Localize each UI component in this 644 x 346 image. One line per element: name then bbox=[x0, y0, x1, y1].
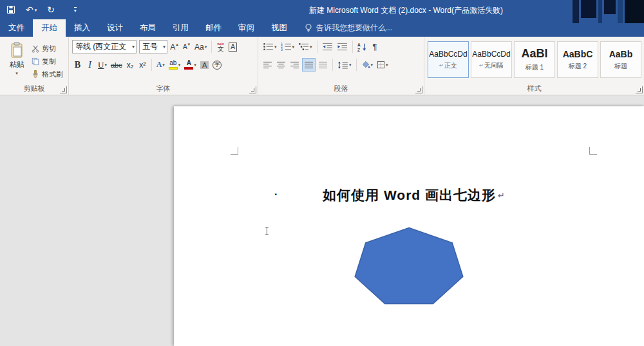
customize-quick-access-button[interactable]: ▾ bbox=[74, 7, 77, 13]
tab-layout[interactable]: 布局 bbox=[131, 19, 164, 37]
style-card-heading2[interactable]: AaBbC 标题 2 bbox=[557, 41, 598, 78]
tab-mailings[interactable]: 邮件 bbox=[197, 19, 230, 37]
divider bbox=[211, 41, 212, 53]
paragraph-group: ▾ 1 2 3 ▾ ▾ bbox=[258, 37, 424, 95]
increase-indent-button[interactable] bbox=[336, 40, 349, 53]
superscript-button[interactable]: x² bbox=[137, 58, 148, 72]
bold-button[interactable]: B bbox=[72, 58, 83, 72]
paragraph-dialog-launcher[interactable] bbox=[415, 86, 422, 93]
align-center-button[interactable] bbox=[275, 58, 287, 72]
character-shading-button[interactable]: A bbox=[199, 58, 210, 72]
align-left-button[interactable] bbox=[261, 58, 274, 72]
document-heading[interactable]: 如何使用 Word 画出七边形↵ bbox=[238, 186, 589, 204]
style-card-no-spacing[interactable]: AaBbCcDd ↵ 无间隔 bbox=[471, 41, 512, 78]
decoration-bar bbox=[581, 0, 596, 18]
sort-button[interactable]: A Z bbox=[356, 40, 368, 53]
save-icon bbox=[6, 5, 15, 14]
font-dialog-launcher[interactable] bbox=[249, 86, 256, 93]
tab-view[interactable]: 视图 bbox=[263, 19, 296, 37]
chevron-down-icon: ▾ bbox=[74, 8, 77, 13]
decoration-bar bbox=[598, 0, 602, 23]
paste-button[interactable]: 粘贴 ▾ bbox=[3, 39, 30, 84]
font-size-select[interactable]: 五号 ▾ bbox=[139, 40, 167, 53]
undo-dropdown-icon[interactable]: ▾ bbox=[35, 8, 37, 12]
increase-indent-icon bbox=[337, 43, 348, 51]
multilevel-list-icon bbox=[298, 43, 309, 51]
subscript-button[interactable]: x₂ bbox=[125, 58, 136, 72]
save-button[interactable] bbox=[6, 5, 15, 14]
bullets-button[interactable]: ▾ bbox=[261, 40, 278, 53]
style-preview: AaBbCcDd bbox=[472, 50, 510, 59]
tab-insert[interactable]: 插入 bbox=[66, 19, 99, 37]
decoration-bar bbox=[625, 0, 644, 23]
show-paragraph-marks-button[interactable]: ¶ bbox=[370, 40, 381, 53]
style-card-title[interactable]: AaBb 标题 bbox=[600, 41, 641, 78]
character-border-button[interactable]: A bbox=[227, 40, 238, 53]
clipboard-dialog-launcher[interactable] bbox=[60, 86, 67, 93]
line-spacing-button[interactable]: ▾ bbox=[336, 58, 353, 72]
copy-icon bbox=[32, 57, 39, 66]
ribbon: 粘贴 ▾ 剪切 复制 bbox=[0, 37, 644, 95]
scissors-icon bbox=[32, 45, 39, 53]
shrink-font-button[interactable]: A ▾ bbox=[181, 40, 192, 53]
heptagon-polygon[interactable] bbox=[355, 228, 463, 304]
text-effects-icon: A bbox=[156, 60, 162, 70]
decrease-indent-icon bbox=[322, 43, 333, 51]
strikethrough-button[interactable]: abc bbox=[109, 58, 124, 72]
redo-button[interactable]: ↻ bbox=[47, 5, 55, 14]
numbering-button[interactable]: 1 2 3 ▾ bbox=[279, 40, 296, 53]
chevron-down-icon: ▾ bbox=[371, 62, 374, 68]
highlight-color-button[interactable]: ab ▾ bbox=[167, 58, 182, 72]
font-name-select[interactable]: 等线 (西文正文 ▾ bbox=[72, 40, 137, 53]
tab-file[interactable]: 文件 bbox=[0, 19, 33, 37]
underline-button[interactable]: U ▾ bbox=[97, 58, 108, 72]
heptagon-shape[interactable] bbox=[352, 227, 466, 309]
style-card-normal[interactable]: AaBbCcDd ↵ 正文 bbox=[428, 41, 469, 78]
highlight-icon: ab bbox=[169, 60, 178, 70]
change-case-button[interactable]: Aa ▾ bbox=[193, 40, 208, 53]
phonetic-guide-button[interactable]: wén 文 bbox=[215, 40, 226, 53]
align-right-button[interactable] bbox=[289, 58, 301, 72]
styles-dialog-launcher[interactable] bbox=[636, 86, 643, 93]
borders-button[interactable]: ▾ bbox=[375, 58, 390, 72]
paste-dropdown-icon[interactable]: ▾ bbox=[15, 71, 18, 76]
grow-font-glyph: A bbox=[170, 43, 175, 52]
align-right-icon bbox=[290, 61, 299, 69]
margin-crop-mark-left bbox=[231, 147, 238, 155]
format-painter-button[interactable]: 格式刷 bbox=[32, 70, 63, 79]
line-spacing-icon bbox=[337, 61, 348, 69]
undo-button[interactable]: ↶ ▾ bbox=[26, 5, 37, 14]
document-area: · 如何使用 Word 画出七边形↵ bbox=[0, 95, 644, 346]
text-effects-button[interactable]: A ▾ bbox=[155, 58, 166, 72]
tab-home[interactable]: 开始 bbox=[33, 19, 66, 37]
tell-me-box[interactable]: 告诉我您想要做什么... bbox=[305, 19, 392, 37]
highlight-color-bar bbox=[169, 67, 178, 70]
grow-font-button[interactable]: A ▴ bbox=[169, 40, 180, 53]
cut-button[interactable]: 剪切 bbox=[32, 44, 63, 53]
distribute-button[interactable] bbox=[317, 58, 329, 72]
font-group-label: 字体 bbox=[69, 84, 258, 93]
font-color-button[interactable]: A ▾ bbox=[183, 58, 198, 72]
sort-icon: A Z bbox=[357, 43, 367, 52]
multilevel-list-button[interactable]: ▾ bbox=[297, 40, 314, 53]
paragraph-mark-icon: ↵ bbox=[498, 191, 505, 200]
paragraph-mark-icon: ↵ bbox=[479, 62, 484, 68]
tab-design[interactable]: 设计 bbox=[99, 19, 131, 37]
chevron-down-icon: ▾ bbox=[349, 62, 352, 68]
align-center-icon bbox=[276, 61, 286, 69]
chevron-down-icon: ▾ bbox=[310, 44, 312, 50]
decrease-indent-button[interactable] bbox=[321, 40, 334, 53]
chevron-down-icon: ▾ bbox=[205, 44, 207, 50]
italic-button[interactable]: I bbox=[84, 58, 95, 72]
justify-button[interactable] bbox=[302, 58, 316, 72]
style-name: 标题 bbox=[614, 62, 627, 71]
copy-button[interactable]: 复制 bbox=[32, 57, 63, 66]
page[interactable]: · 如何使用 Word 画出七边形↵ bbox=[174, 106, 644, 346]
tab-review[interactable]: 审阅 bbox=[230, 19, 263, 37]
shading-button[interactable]: ▾ bbox=[360, 58, 375, 72]
ribbon-tab-bar: 文件 开始 插入 设计 布局 引用 邮件 审阅 视图 告诉我您想要做什么... bbox=[0, 19, 644, 37]
tell-me-label: 告诉我您想要做什么... bbox=[316, 23, 392, 34]
tab-references[interactable]: 引用 bbox=[164, 19, 197, 37]
enclose-characters-button[interactable]: 字 bbox=[211, 58, 223, 72]
style-card-heading1[interactable]: AaBI 标题 1 bbox=[514, 41, 555, 78]
